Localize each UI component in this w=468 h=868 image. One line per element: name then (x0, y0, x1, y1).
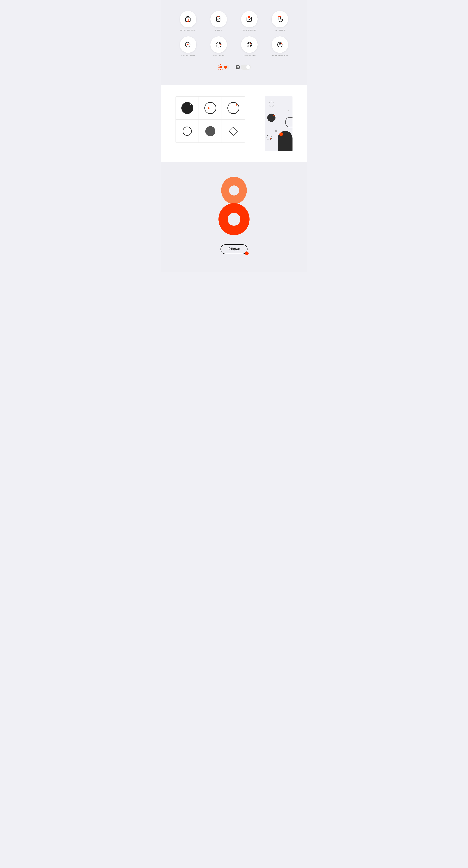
icon-circle-my-present[interactable] (272, 11, 288, 27)
svg-point-17 (281, 43, 282, 44)
sun-toggle[interactable] (217, 64, 230, 71)
gender-toggle-svg (241, 65, 251, 70)
svg-rect-6 (248, 16, 250, 18)
num8-top-ring (221, 177, 247, 204)
bean-coin-mall-icon (245, 40, 253, 49)
ball-cell-diamond (222, 120, 245, 143)
section-icons: SURROUNDING MALL CHECK IN TODAY'S MI (161, 0, 307, 85)
balls-grid (176, 96, 245, 143)
side-penguin-body (278, 131, 292, 151)
svg-point-15 (250, 42, 251, 44)
svg-point-10 (187, 44, 188, 45)
svg-rect-8 (278, 16, 281, 17)
svg-point-12 (220, 44, 221, 45)
num8-bottom-hole (228, 213, 240, 226)
icon-item-check-in[interactable]: CHECK IN (206, 11, 231, 31)
experience-button-label: 立即体验 (228, 247, 240, 251)
svg-point-19 (220, 64, 221, 65)
ball-diamond (229, 127, 238, 135)
gender-char: 男 (236, 65, 240, 69)
icon-label-check-in: CHECK IN (215, 29, 222, 31)
ball-cell-solid-mid (199, 120, 222, 143)
balls-side-panel (265, 96, 292, 151)
icon-label-surrounding-mall: SURROUNDING MALL (180, 29, 196, 31)
icon-item-activity-center[interactable]: ACTIVITY CENTER (176, 36, 201, 56)
toggles-row: 男 (176, 64, 292, 71)
ball-cell-empty (176, 120, 199, 143)
icons-grid: SURROUNDING MALL CHECK IN TODAY'S MI (176, 11, 292, 56)
ball-cell-outline-accent (222, 96, 245, 120)
side-ball-accent-dot (273, 115, 275, 116)
icon-item-game-center[interactable]: GAME CENTER (206, 36, 231, 56)
game-center-icon (215, 40, 223, 49)
side-arc (285, 117, 292, 127)
gender-toggle-container[interactable]: 男 (236, 65, 251, 70)
ball-cell-full-dark (176, 96, 199, 120)
side-penguin-accent (279, 132, 283, 136)
side-ball-outline-sm (267, 134, 272, 140)
ball-solid-mid (205, 126, 215, 136)
icon-item-surrounding-mall[interactable]: SURROUNDING MALL (176, 11, 201, 31)
svg-point-20 (220, 69, 221, 70)
icon-circle-todays-mission[interactable] (241, 11, 257, 27)
icon-label-todays-mission: TODAY'S MISSION (242, 29, 256, 31)
side-circle-outline (269, 102, 274, 107)
ball-cell-outline-dot (199, 96, 222, 120)
icon-item-my-present[interactable]: MY PRESENT (268, 11, 293, 31)
sun-icon (217, 64, 230, 71)
gender-toggle[interactable] (241, 65, 251, 70)
svg-point-25 (218, 69, 219, 69)
icon-circle-surrounding-mall[interactable] (180, 11, 196, 27)
side-ball-sm-dot (270, 138, 271, 140)
experience-button[interactable]: 立即体验 (220, 244, 248, 254)
svg-rect-4 (218, 16, 219, 18)
section-number: 立即体验 (161, 162, 307, 272)
balls-grid-container (176, 96, 259, 143)
icon-circle-activity-center[interactable] (180, 36, 196, 53)
icon-label-bean-coin-mall: BEAN COIN MALL (243, 55, 256, 56)
svg-point-27 (224, 66, 227, 69)
svg-line-11 (188, 42, 188, 43)
number-eight (216, 177, 252, 235)
icon-circle-check-in[interactable] (211, 11, 227, 27)
ball-outline-accent (227, 102, 239, 114)
icon-label-activity-center: ACTIVITY CENTER (181, 55, 195, 56)
icon-item-bean-coin-mall[interactable]: BEAN COIN MALL (237, 36, 262, 56)
side-ball-dark (267, 114, 276, 122)
my-present-icon (276, 15, 284, 23)
side-diamond (275, 130, 277, 132)
icon-label-twisting-machine: TWISTING MACHINE (272, 55, 288, 56)
section-balls (161, 85, 307, 162)
ball-empty (183, 127, 192, 136)
ball-full-dark (181, 102, 193, 114)
num8-top-hole (229, 185, 239, 195)
surrounding-mall-icon (184, 15, 192, 23)
side-dot-small (288, 110, 289, 111)
check-in-icon (215, 15, 223, 23)
icon-label-game-center: GAME CENTER (213, 55, 224, 56)
twisting-machine-icon (276, 40, 284, 49)
icon-circle-twisting-machine[interactable] (272, 36, 288, 53)
icon-circle-game-center[interactable] (211, 36, 227, 53)
svg-point-14 (248, 43, 251, 46)
icon-circle-bean-coin-mall[interactable] (241, 36, 257, 53)
svg-point-29 (246, 65, 250, 69)
svg-point-22 (222, 65, 223, 65)
experience-button-dot (245, 251, 249, 255)
svg-point-23 (218, 65, 219, 65)
side-decorations (265, 96, 292, 151)
svg-point-21 (218, 67, 219, 68)
num8-bottom-ring (218, 203, 250, 235)
svg-rect-1 (187, 19, 189, 22)
svg-rect-0 (186, 18, 190, 22)
ball-outline-dot (205, 102, 216, 114)
todays-mission-icon (245, 15, 253, 23)
svg-point-18 (219, 66, 222, 68)
icon-label-my-present: MY PRESENT (275, 29, 285, 31)
icon-item-todays-mission[interactable]: TODAY'S MISSION (237, 11, 262, 31)
sun-toggle-container[interactable] (217, 64, 230, 71)
svg-point-24 (222, 69, 223, 70)
activity-center-icon (184, 40, 192, 49)
icon-item-twisting-machine[interactable]: TWISTING MACHINE (268, 36, 293, 56)
